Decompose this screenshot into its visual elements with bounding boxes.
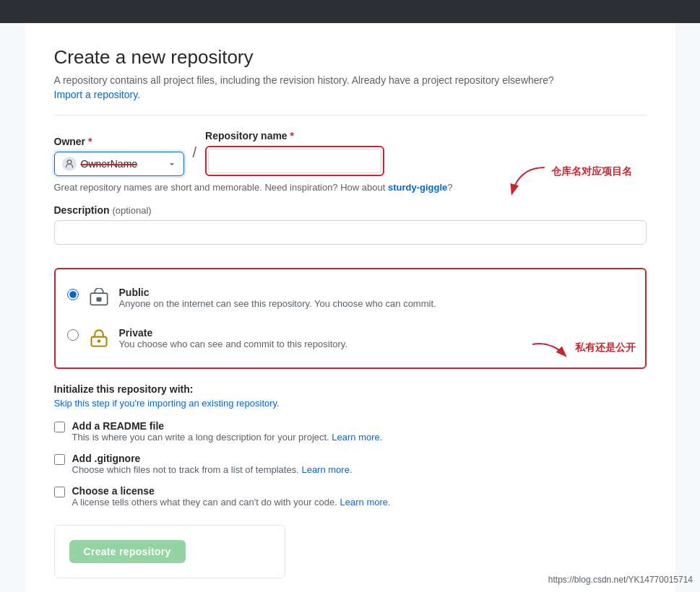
- license-row: Choose a license A license tells others …: [54, 485, 647, 508]
- public-icon: [87, 287, 111, 310]
- private-title: Private: [119, 327, 348, 339]
- owner-field: Owner * OwnerName: [54, 136, 184, 176]
- create-repository-button[interactable]: Create repository: [69, 540, 186, 563]
- slash-separator: /: [190, 144, 200, 161]
- svg-point-5: [97, 339, 100, 343]
- owner-name: OwnerName: [81, 158, 163, 170]
- private-desc: You choose who can see and commit to thi…: [119, 339, 348, 349]
- repo-name-annotation: 仓库名对应项目名: [505, 164, 632, 200]
- watermark: https://blog.csdn.net/YK14770015714: [548, 575, 693, 585]
- license-learn-more[interactable]: Learn more.: [340, 497, 391, 508]
- suggestion-link[interactable]: sturdy-giggle: [388, 182, 447, 193]
- description-field-group: Description (optional): [54, 204, 647, 256]
- license-label: Choose a license: [72, 485, 391, 497]
- description-input[interactable]: [54, 220, 647, 245]
- page-title: Create a new repository: [54, 46, 647, 69]
- public-desc: Anyone on the internet can see this repo…: [119, 298, 436, 309]
- page-subtitle: A repository contains all project files,…: [54, 74, 647, 86]
- gitignore-desc: Choose which files not to track from a l…: [72, 464, 353, 475]
- gitignore-row: Add .gitignore Choose which files not to…: [54, 453, 647, 475]
- init-skip-link[interactable]: Skip this step if you're importing an ex…: [54, 398, 280, 409]
- private-icon: [87, 327, 111, 350]
- description-optional: (optional): [112, 205, 151, 216]
- init-skip: Skip this step if you're importing an ex…: [54, 398, 647, 409]
- readme-desc: This is where you can write a long descr…: [72, 432, 383, 443]
- public-info: Public Anyone on the internet can see th…: [119, 287, 436, 309]
- visibility-annotation: 私有还是公开: [529, 334, 636, 362]
- readme-row: Add a README file This is where you can …: [54, 420, 647, 443]
- public-title: Public: [119, 287, 436, 298]
- repo-name-label: Repository name: [205, 130, 288, 142]
- gitignore-label: Add .gitignore: [72, 453, 353, 464]
- repo-name-input[interactable]: [208, 149, 381, 173]
- visibility-annotation-text: 私有还是公开: [575, 341, 636, 354]
- import-link[interactable]: Import a repository.: [54, 89, 141, 100]
- owner-required: *: [88, 136, 92, 147]
- readme-checkbox[interactable]: [54, 422, 65, 432]
- repo-name-wrapper: [205, 146, 384, 176]
- license-checkbox[interactable]: [54, 487, 65, 497]
- init-title: Initialize this repository with:: [54, 383, 647, 395]
- gitignore-checkbox[interactable]: [54, 454, 65, 465]
- readme-label: Add a README file: [72, 420, 383, 432]
- private-info: Private You choose who can see and commi…: [119, 327, 348, 349]
- create-box: Create repository: [54, 525, 285, 578]
- readme-learn-more[interactable]: Learn more.: [332, 432, 382, 443]
- repo-name-field: Repository name *: [205, 130, 384, 176]
- page-container: 仓库名对应项目名 私有还是公开 Create a new repository …: [25, 23, 675, 592]
- svg-rect-3: [96, 297, 101, 302]
- owner-label: Owner: [54, 136, 86, 147]
- gitignore-learn-more[interactable]: Learn more.: [301, 464, 352, 475]
- divider-1: [54, 115, 647, 116]
- license-desc: A license tells others what they can and…: [72, 497, 391, 508]
- top-bar: [0, 0, 700, 23]
- repo-name-required: *: [290, 130, 294, 142]
- chevron-down-icon: [168, 160, 176, 168]
- public-option[interactable]: Public Anyone on the internet can see th…: [67, 281, 634, 315]
- description-label: Description: [54, 204, 110, 216]
- owner-avatar: [62, 157, 77, 171]
- owner-select[interactable]: OwnerName: [54, 152, 184, 176]
- public-radio[interactable]: [67, 289, 79, 300]
- private-radio[interactable]: [67, 329, 79, 341]
- repo-name-annotation-text: 仓库名对应项目名: [551, 165, 632, 178]
- init-section: Initialize this repository with: Skip th…: [54, 383, 647, 508]
